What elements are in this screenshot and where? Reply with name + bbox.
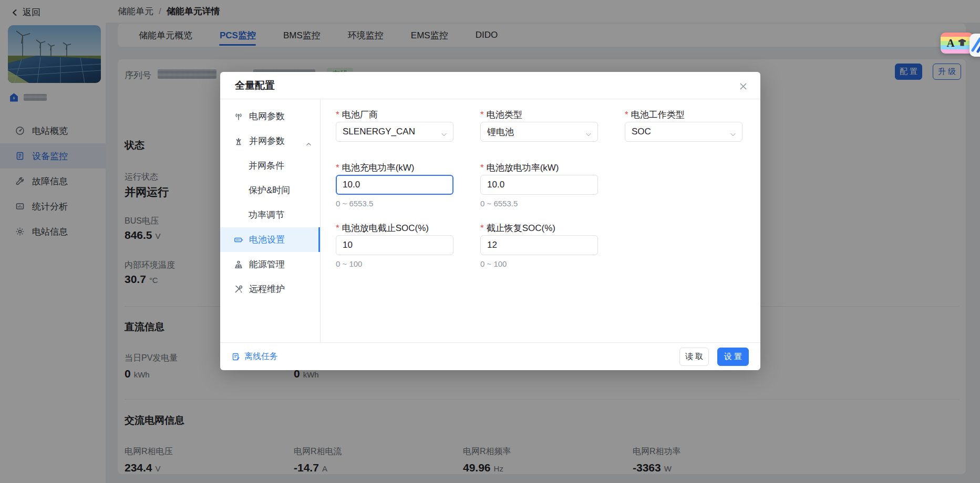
discharge-cutoff-soc-input-wrap <box>336 235 453 255</box>
battery-type-select[interactable]: 锂电池 <box>480 122 598 142</box>
read-button[interactable]: 读 取 <box>679 348 709 366</box>
edge-widget[interactable] <box>969 34 980 57</box>
modal-nav-energy-management[interactable]: 能源管理 <box>220 252 320 277</box>
full-config-modal: 全量配置 电网参数 并网参数 并网条件 保护&时间 <box>220 72 760 370</box>
modal-nav-battery-settings[interactable]: 电池设置 <box>220 227 320 252</box>
offline-task-link[interactable]: 离线任务 <box>232 351 278 362</box>
required-asterisk: * <box>336 223 339 233</box>
field-hint: 0 ~ 6553.5 <box>336 199 373 208</box>
modal-nav-protection-time[interactable]: 保护&时间 <box>220 178 320 203</box>
modal-nav: 电网参数 并网参数 并网条件 保护&时间 功率调节 电池设置 <box>220 100 321 342</box>
close-icon[interactable] <box>736 79 750 93</box>
required-asterisk: * <box>336 163 339 173</box>
required-asterisk: * <box>480 110 484 120</box>
chevron-down-icon <box>585 129 592 140</box>
chevron-up-icon[interactable] <box>306 139 312 149</box>
field-label-charge-power: *电池充电功率(kW) <box>336 162 415 174</box>
modal-nav-remote-maintenance[interactable]: 远程维护 <box>220 277 320 301</box>
modal-nav-ongrid-params[interactable]: 并网参数 <box>220 129 320 153</box>
required-asterisk: * <box>480 163 484 173</box>
cutoff-recovery-soc-input-wrap <box>480 235 598 255</box>
field-label-battery-vendor: *电池厂商 <box>336 109 378 121</box>
tools-icon <box>234 285 243 294</box>
field-hint: 0 ~ 6553.5 <box>480 199 518 208</box>
charge-power-input-wrap <box>336 175 453 195</box>
app-root: 储能单元 / 储能单元详情 返回 <box>0 0 980 483</box>
charge-power-input[interactable] <box>343 180 447 190</box>
battery-vendor-select[interactable]: SLENERGY_CAN <box>336 122 453 142</box>
modal-nav-power-regulation[interactable]: 功率调节 <box>220 203 320 227</box>
field-label-battery-type: *电池类型 <box>480 109 522 121</box>
extension-widget[interactable]: A <box>941 33 973 54</box>
modal-footer: 离线任务 读 取 设 置 <box>220 342 760 370</box>
required-asterisk: * <box>480 223 484 233</box>
letter-a-icon: A <box>946 37 954 50</box>
battery-work-type-select[interactable]: SOC <box>625 122 742 142</box>
task-doc-icon <box>232 352 241 361</box>
discharge-power-input[interactable] <box>487 180 591 190</box>
field-hint: 0 ~ 100 <box>480 259 507 268</box>
modal-header: 全量配置 <box>220 72 760 99</box>
energy-icon <box>234 260 243 269</box>
discharge-cutoff-soc-input[interactable] <box>343 240 447 250</box>
discharge-power-input-wrap <box>480 175 598 195</box>
field-hint: 0 ~ 100 <box>336 259 362 268</box>
required-asterisk: * <box>625 110 628 120</box>
cutoff-recovery-soc-input[interactable] <box>487 240 591 250</box>
field-label-cutoff-recovery-soc: *截止恢复SOC(%) <box>480 222 555 234</box>
antenna-icon <box>234 112 243 121</box>
chevron-down-icon <box>730 129 736 140</box>
set-button[interactable]: 设 置 <box>717 348 749 366</box>
power-tower-icon <box>234 136 243 146</box>
field-label-discharge-power: *电池放电功率(kW) <box>480 162 559 174</box>
field-label-discharge-cutoff-soc: *电池放电截止SOC(%) <box>336 222 429 234</box>
battery-icon <box>234 235 243 245</box>
modal-title: 全量配置 <box>235 79 275 92</box>
chevron-down-icon <box>441 129 447 140</box>
modal-nav-grid-params[interactable]: 电网参数 <box>220 104 320 129</box>
tshirt-icon <box>957 38 967 48</box>
modal-nav-ongrid-conditions[interactable]: 并网条件 <box>220 153 320 178</box>
required-asterisk: * <box>336 110 339 120</box>
modal-footer-buttons: 读 取 设 置 <box>679 348 749 366</box>
field-label-battery-work-type: *电池工作类型 <box>625 109 685 121</box>
